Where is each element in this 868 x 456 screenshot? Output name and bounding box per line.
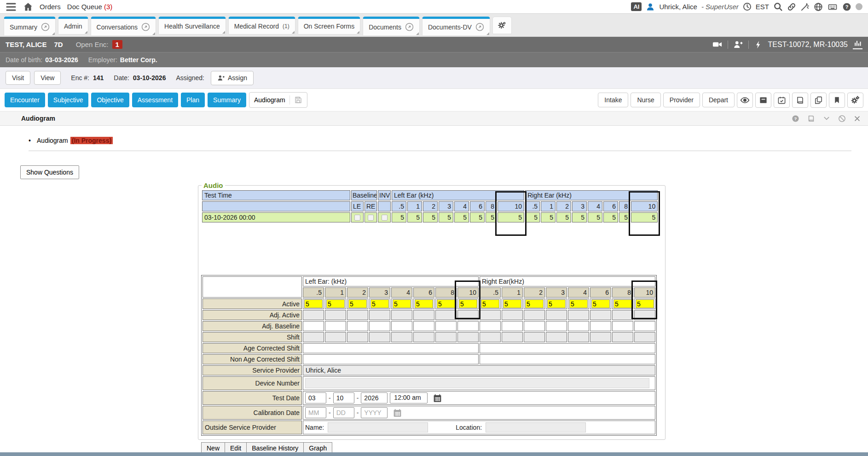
- tab-documents-dv[interactable]: Documents-DV: [422, 17, 490, 36]
- left-ear-threshold-value[interactable]: 5: [423, 212, 438, 222]
- home-icon[interactable]: [23, 2, 33, 12]
- save-icon[interactable]: [294, 96, 302, 104]
- checkbox[interactable]: [382, 215, 388, 221]
- current-form-button[interactable]: Audiogram: [249, 92, 307, 108]
- right-ear-threshold-value[interactable]: 5: [588, 212, 602, 222]
- popout-icon[interactable]: [405, 23, 414, 31]
- adj-baseline-cell[interactable]: [457, 321, 479, 331]
- active-threshold-input[interactable]: [348, 299, 367, 308]
- menu-icon[interactable]: [6, 1, 17, 12]
- section-button-summary[interactable]: Summary: [208, 93, 246, 107]
- test-date-day-input[interactable]: [333, 392, 354, 403]
- stage-button-nurse[interactable]: Nurse: [631, 93, 660, 107]
- active-threshold-input[interactable]: [393, 299, 411, 308]
- stage-button-intake[interactable]: Intake: [598, 93, 628, 107]
- left-ear-threshold-value[interactable]: 5: [454, 212, 469, 222]
- collapse-icon[interactable]: [823, 115, 830, 122]
- test-time-dropdown[interactable]: 12:00 am: [390, 392, 428, 403]
- test-date-year-input[interactable]: [361, 392, 388, 403]
- ai-badge[interactable]: AI: [631, 2, 642, 11]
- active-threshold-input[interactable]: [636, 299, 654, 308]
- link-icon[interactable]: [787, 2, 796, 12]
- right-ear-threshold-value[interactable]: 5: [525, 212, 540, 222]
- left-ear-threshold-value[interactable]: 5: [486, 212, 497, 222]
- calendar-icon[interactable]: [393, 408, 402, 418]
- popout-icon[interactable]: [141, 23, 150, 31]
- device-number-input[interactable]: [305, 378, 649, 388]
- section-button-subjective[interactable]: Subjective: [48, 93, 89, 107]
- help-icon[interactable]: ?: [792, 115, 799, 123]
- assign-button[interactable]: Assign: [211, 71, 254, 85]
- baseline-re-checkbox[interactable]: [365, 212, 377, 222]
- right-ear-threshold-value[interactable]: 5: [541, 212, 556, 222]
- tab-admin[interactable]: Admin: [58, 17, 88, 35]
- wand-icon[interactable]: [800, 2, 810, 12]
- copy-icon[interactable]: [810, 93, 827, 108]
- tab-settings[interactable]: [492, 17, 512, 34]
- popout-icon[interactable]: [475, 23, 484, 31]
- close-icon[interactable]: [854, 115, 861, 122]
- adj-baseline-cell[interactable]: [413, 321, 434, 331]
- left-ear-threshold-value[interactable]: 5: [407, 212, 422, 222]
- adj-baseline-cell[interactable]: [502, 321, 523, 331]
- active-threshold-input[interactable]: [547, 299, 566, 308]
- book-icon[interactable]: [792, 93, 808, 108]
- section-button-encounter[interactable]: Encounter: [5, 93, 45, 107]
- calendar-check-icon[interactable]: [774, 93, 790, 108]
- adj-baseline-cell[interactable]: [347, 321, 368, 331]
- tab-documents[interactable]: Documents: [363, 17, 420, 36]
- outside-location-input[interactable]: [486, 422, 586, 433]
- adj-baseline-cell[interactable]: [612, 321, 633, 331]
- settings-gears-icon[interactable]: [847, 93, 863, 108]
- stage-button-provider[interactable]: Provider: [663, 93, 700, 107]
- adj-baseline-cell[interactable]: [524, 321, 545, 331]
- right-ear-threshold-value[interactable]: 5: [619, 212, 630, 222]
- eye-icon[interactable]: [737, 93, 753, 108]
- test-time-value[interactable]: 03-10-2026 00:00: [202, 212, 350, 222]
- adj-baseline-cell[interactable]: [634, 321, 655, 331]
- adj-baseline-cell[interactable]: [325, 321, 346, 331]
- visit-button[interactable]: Visit: [6, 71, 30, 85]
- calendar-icon[interactable]: [433, 393, 442, 403]
- adj-baseline-cell[interactable]: [369, 321, 390, 331]
- audiogram-item-label[interactable]: Audiogram: [37, 137, 68, 144]
- active-threshold-input[interactable]: [437, 299, 455, 308]
- clock-icon[interactable]: [743, 2, 752, 11]
- section-button-assessment[interactable]: Assessment: [132, 93, 178, 107]
- adj-baseline-cell[interactable]: [546, 321, 567, 331]
- adj-baseline-cell[interactable]: [391, 321, 412, 331]
- active-threshold-input[interactable]: [525, 299, 544, 308]
- section-button-plan[interactable]: Plan: [181, 93, 205, 107]
- popout-icon[interactable]: [41, 23, 50, 31]
- add-user-icon[interactable]: [733, 40, 743, 50]
- archive-icon[interactable]: [755, 93, 771, 108]
- baseline-le-checkbox[interactable]: [351, 212, 364, 222]
- left-ear-threshold-value[interactable]: 5: [470, 212, 485, 222]
- chart-icon[interactable]: [853, 40, 862, 49]
- open-enc-badge[interactable]: 1: [112, 40, 122, 49]
- tab-medical-record[interactable]: Medical Record(1): [228, 17, 295, 35]
- calibration-year-input[interactable]: [361, 407, 388, 418]
- active-threshold-input[interactable]: [569, 299, 588, 308]
- bookmark-icon[interactable]: [829, 93, 845, 108]
- user-name[interactable]: Uhrick, Alice: [659, 3, 697, 11]
- left-ear-threshold-value[interactable]: 5: [439, 212, 453, 222]
- keyboard-icon[interactable]: [827, 2, 838, 12]
- nav-link-doc-queue[interactable]: Doc Queue (3): [67, 3, 112, 11]
- test-date-month-input[interactable]: [305, 392, 326, 403]
- tab-conversations[interactable]: Conversations: [91, 17, 156, 36]
- active-threshold-input[interactable]: [613, 299, 632, 308]
- reference-book-icon[interactable]: [807, 115, 815, 123]
- adj-baseline-cell[interactable]: [568, 321, 589, 331]
- nav-link-orders[interactable]: Orders: [40, 3, 61, 11]
- right-ear-threshold-value[interactable]: 5: [631, 212, 658, 222]
- tab-health-surveillance[interactable]: Health Surveillance: [158, 17, 226, 35]
- outside-name-input[interactable]: [328, 422, 428, 433]
- right-ear-threshold-value[interactable]: 5: [603, 212, 618, 222]
- active-threshold-input[interactable]: [481, 299, 499, 308]
- show-questions-button[interactable]: Show Questions: [20, 165, 79, 179]
- audiogram-list-item[interactable]: Audiogram(In Progress): [29, 137, 113, 144]
- active-threshold-input[interactable]: [304, 299, 323, 308]
- left-ear-threshold-value[interactable]: 5: [498, 212, 524, 222]
- adj-baseline-cell[interactable]: [590, 321, 611, 331]
